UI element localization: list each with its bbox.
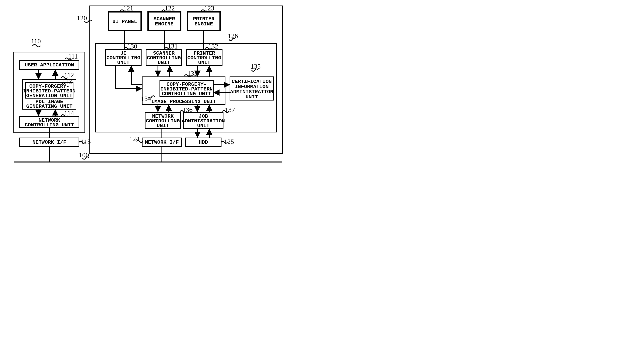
- hdd-label: HDD: [199, 139, 208, 145]
- pdl-l2: GENERATING UNIT: [26, 103, 73, 109]
- arrow: [131, 66, 142, 85]
- cfipcu-l3: CONTROLLING UNIT: [162, 91, 211, 97]
- scanner-l2: ENGINE: [155, 21, 174, 27]
- ref-121: 121: [123, 4, 133, 12]
- ncu-l2: CONTROLLING UNIT: [25, 122, 74, 128]
- jau-l3: UNIT: [197, 123, 209, 129]
- arrow: [115, 66, 142, 89]
- network-if-label: NETWORK I/F: [32, 139, 66, 145]
- printer-l2: ENGINE: [194, 21, 213, 27]
- network-if-2-label: NETWORK I/F: [145, 139, 179, 145]
- ref-120: 120: [77, 14, 87, 22]
- ciau-l4: UNIT: [246, 94, 258, 100]
- ref-112: 112: [64, 71, 74, 79]
- uicu-l3: UNIT: [117, 60, 130, 66]
- ipu-label: IMAGE PROCESSING UNIT: [151, 99, 216, 105]
- ncu2-l3: UNIT: [157, 123, 169, 129]
- cf-gen-l3: GENERATION UNIT: [26, 93, 73, 99]
- ref-130: 130: [127, 43, 137, 50]
- ref-122: 122: [165, 4, 175, 12]
- ref-125: 125: [224, 138, 234, 145]
- sccu-l3: UNIT: [158, 60, 170, 66]
- prcu-l3: UNIT: [198, 60, 210, 66]
- ref-110: 110: [31, 37, 41, 45]
- ref-131: 131: [168, 43, 178, 50]
- user-application-label: USER APPLICATION: [25, 62, 74, 68]
- ref-115: 115: [81, 138, 91, 145]
- ref-124: 124: [129, 135, 139, 142]
- diagram-root: USER APPLICATION COPY-FORGERY- INHIBITED…: [0, 0, 312, 181]
- ref-134: 134: [141, 95, 151, 102]
- ref-114: 114: [64, 109, 74, 117]
- ref-133: 133: [187, 70, 198, 77]
- ref-100: 100: [79, 151, 89, 159]
- tilde: [33, 45, 40, 47]
- ref-132: 132: [208, 43, 218, 50]
- ref-111: 111: [68, 53, 78, 60]
- ui-panel-label: UI PANEL: [112, 19, 137, 25]
- ref-123: 123: [204, 4, 214, 12]
